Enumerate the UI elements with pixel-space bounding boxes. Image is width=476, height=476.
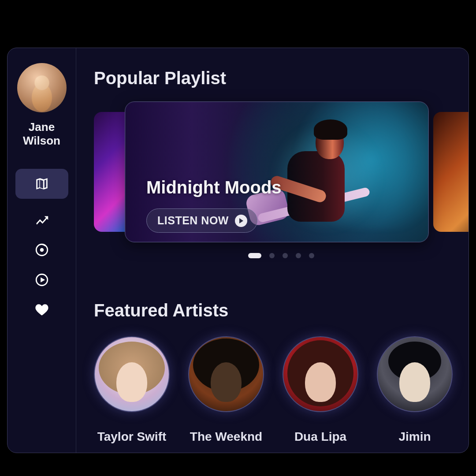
disc-icon xyxy=(34,242,49,257)
playlist-card-next[interactable]: rs xyxy=(433,112,469,232)
featured-artists-title: Featured Artists xyxy=(94,301,469,320)
play-circle-icon xyxy=(34,272,49,287)
featured-artists-section: Featured Artists Taylor Swift The Weeknd… xyxy=(94,301,469,444)
main-content: Popular Playlist rs Midnight Moods xyxy=(76,48,469,453)
artist-avatar xyxy=(188,336,264,412)
sidebar-item-trending[interactable] xyxy=(15,211,68,229)
sidebar: Jane Wilson xyxy=(7,48,76,453)
artist-card[interactable]: Taylor Swift xyxy=(94,336,170,444)
playlist-card-main[interactable]: Midnight Moods LISTEN NOW xyxy=(125,101,429,242)
artist-avatar xyxy=(94,336,170,412)
carousel-dot-3[interactable] xyxy=(283,253,288,258)
artists-row: Taylor Swift The Weeknd Dua Lipa Jimin xyxy=(94,336,469,444)
decorative-musician xyxy=(270,117,362,231)
artist-avatar xyxy=(283,336,358,412)
artist-name: Taylor Swift xyxy=(97,430,167,444)
sidebar-item-albums[interactable] xyxy=(15,241,68,259)
play-icon xyxy=(235,215,247,227)
artist-name: Jimin xyxy=(398,430,431,444)
user-avatar[interactable] xyxy=(17,63,67,112)
artist-name: Dua Lipa xyxy=(294,430,346,444)
artist-avatar xyxy=(377,336,453,412)
sidebar-item-favorites[interactable] xyxy=(15,301,68,319)
artist-card[interactable]: The Weeknd xyxy=(188,336,264,444)
artist-name: The Weeknd xyxy=(190,430,262,444)
sidebar-item-play[interactable] xyxy=(15,271,68,289)
carousel-dot-2[interactable] xyxy=(269,253,275,258)
artist-card[interactable]: Dua Lipa xyxy=(283,336,358,444)
carousel-dot-5[interactable] xyxy=(309,253,314,258)
popular-playlist-title: Popular Playlist xyxy=(94,68,469,88)
carousel-dots xyxy=(94,253,469,258)
artist-card[interactable]: Jimin xyxy=(377,336,453,444)
playlist-carousel: rs Midnight Moods LISTEN NOW xyxy=(94,101,469,265)
sidebar-item-explore[interactable] xyxy=(15,169,68,199)
heart-icon xyxy=(34,302,49,317)
listen-now-button[interactable]: LISTEN NOW xyxy=(146,208,257,233)
sidebar-nav xyxy=(7,169,76,319)
user-name: Jane Wilson xyxy=(23,120,60,148)
carousel-dot-1[interactable] xyxy=(248,253,261,258)
trend-icon xyxy=(34,212,49,227)
map-icon xyxy=(34,176,49,191)
app-window: Jane Wilson xyxy=(7,48,469,453)
listen-now-label: LISTEN NOW xyxy=(157,214,229,227)
playlist-main-title: Midnight Moods xyxy=(146,178,282,197)
carousel-dot-4[interactable] xyxy=(296,253,301,258)
